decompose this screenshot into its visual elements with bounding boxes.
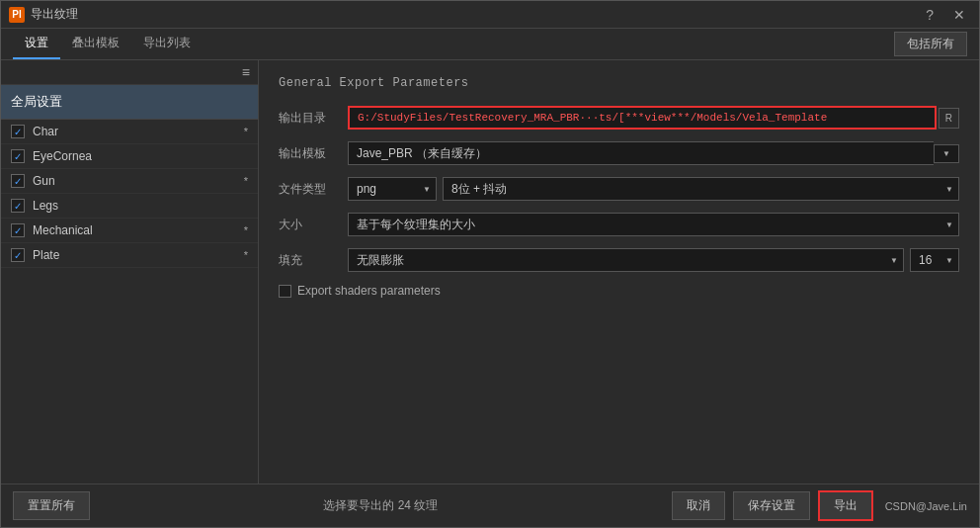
include-all-button[interactable]: 包括所有 xyxy=(894,32,967,56)
close-button[interactable]: ✕ xyxy=(947,5,971,25)
title-bar-controls: ? ✕ xyxy=(920,5,971,25)
checkbox-gun[interactable] xyxy=(11,174,25,188)
bottom-right: 取消 保存设置 导出 CSDN@Jave.Lin xyxy=(672,490,967,521)
template-input-row: ▼ xyxy=(348,141,959,165)
sidebar-item-label-char: Char xyxy=(33,125,244,138)
sidebar-item-gun[interactable]: Gun * xyxy=(1,169,258,194)
template-row: 输出模板 ▼ xyxy=(279,141,959,165)
sidebar-item-asterisk-plate: * xyxy=(244,249,248,261)
export-dir-row: 输出目录 R xyxy=(279,106,959,130)
filter-icon[interactable]: ≡ xyxy=(242,64,250,80)
fill-control: 无限膨胀 16 xyxy=(348,248,959,272)
app-icon: Pl xyxy=(9,7,25,23)
export-dir-input[interactable] xyxy=(348,106,937,130)
sidebar-item-label-legs: Legs xyxy=(33,199,248,213)
sidebar-item-asterisk-char: * xyxy=(244,126,248,137)
bitdepth-select[interactable]: 8位 + 抖动 xyxy=(443,177,959,201)
watermark-text: CSDN@Jave.Lin xyxy=(885,500,967,512)
sidebar-item-eyecornea[interactable]: EyeCornea xyxy=(1,144,258,169)
size-select-wrapper: 基于每个纹理集的大小 xyxy=(348,213,959,236)
filetype-control: png 8位 + 抖动 xyxy=(348,177,959,201)
window-title: 导出纹理 xyxy=(31,6,78,23)
main-window: Pl 导出纹理 ? ✕ 设置 叠出模板 导出列表 包括所有 ≡ 全局设置 Cha… xyxy=(0,0,980,528)
fill-label: 填充 xyxy=(279,252,348,269)
template-input[interactable] xyxy=(348,141,934,165)
template-control: ▼ xyxy=(348,141,959,165)
template-dropdown-button[interactable]: ▼ xyxy=(934,144,959,163)
export-dir-browse-button[interactable]: R xyxy=(939,108,959,129)
sidebar-item-asterisk-gun: * xyxy=(244,175,248,187)
sidebar-item-label-eyecornea: EyeCornea xyxy=(33,149,248,163)
export-button[interactable]: 导出 xyxy=(818,490,873,521)
sidebar-item-plate[interactable]: Plate * xyxy=(1,243,258,268)
tabs-group: 设置 叠出模板 导出列表 xyxy=(13,29,203,59)
title-bar: Pl 导出纹理 ? ✕ xyxy=(1,1,979,29)
checkbox-char[interactable] xyxy=(11,125,25,138)
sidebar-item-label-gun: Gun xyxy=(33,174,244,188)
sidebar-item-label-plate: Plate xyxy=(33,248,244,262)
tab-template[interactable]: 叠出模板 xyxy=(60,29,131,59)
size-select[interactable]: 基于每个纹理集的大小 xyxy=(348,213,959,236)
tab-settings[interactable]: 设置 xyxy=(13,29,60,59)
filetype-label: 文件类型 xyxy=(279,181,348,198)
size-control: 基于每个纹理集的大小 xyxy=(348,213,959,236)
sidebar-item-char[interactable]: Char * xyxy=(1,120,258,144)
fill-select-row: 无限膨胀 16 xyxy=(348,248,959,272)
sidebar: ≡ 全局设置 Char * EyeCornea Gun * Legs xyxy=(1,60,259,484)
filetype-select[interactable]: png xyxy=(348,177,437,201)
checkbox-plate[interactable] xyxy=(11,248,25,262)
export-dir-label: 输出目录 xyxy=(279,110,348,127)
size-label: 大小 xyxy=(279,217,348,233)
filetype-select-row: png 8位 + 抖动 xyxy=(348,177,959,201)
checkbox-mechanical[interactable] xyxy=(11,223,25,237)
save-settings-button[interactable]: 保存设置 xyxy=(733,491,810,520)
shader-checkbox-row: Export shaders parameters xyxy=(279,284,959,298)
template-label: 输出模板 xyxy=(279,145,348,162)
reset-all-button[interactable]: 置置所有 xyxy=(13,491,90,520)
fill-row: 填充 无限膨胀 16 xyxy=(279,248,959,272)
sidebar-global-settings[interactable]: 全局设置 xyxy=(1,85,258,120)
export-path-row: R xyxy=(348,106,959,130)
shader-checkbox[interactable] xyxy=(279,285,291,298)
sidebar-item-mechanical[interactable]: Mechanical * xyxy=(1,219,258,243)
shader-checkbox-label: Export shaders parameters xyxy=(297,284,441,298)
bottom-left: 置置所有 xyxy=(13,491,90,520)
fill-num-wrapper: 16 xyxy=(910,248,959,272)
checkbox-eyecornea[interactable] xyxy=(11,149,25,163)
section-title: General Export Parameters xyxy=(279,76,959,90)
tabs-bar: 设置 叠出模板 导出列表 包括所有 xyxy=(1,29,979,60)
export-dir-control: R xyxy=(348,106,959,130)
cancel-button[interactable]: 取消 xyxy=(672,491,725,520)
sidebar-item-label-mechanical: Mechanical xyxy=(33,223,244,237)
tab-export-list[interactable]: 导出列表 xyxy=(131,29,203,59)
sidebar-toolbar: ≡ xyxy=(1,60,258,85)
filetype-row: 文件类型 png 8位 + 抖动 xyxy=(279,177,959,201)
bottom-bar: 置置所有 选择要导出的 24 纹理 取消 保存设置 导出 CSDN@Jave.L… xyxy=(1,484,979,527)
bitdepth-select-wrapper: 8位 + 抖动 xyxy=(443,177,959,201)
checkbox-legs[interactable] xyxy=(11,199,25,213)
size-row: 大小 基于每个纹理集的大小 xyxy=(279,213,959,236)
help-button[interactable]: ? xyxy=(920,5,939,25)
title-bar-left: Pl 导出纹理 xyxy=(9,6,78,23)
sidebar-item-legs[interactable]: Legs xyxy=(1,194,258,219)
sidebar-item-asterisk-mechanical: * xyxy=(244,224,248,236)
fill-select-wrapper: 无限膨胀 xyxy=(348,248,904,272)
fill-select[interactable]: 无限膨胀 xyxy=(348,248,904,272)
main-area: ≡ 全局设置 Char * EyeCornea Gun * Legs xyxy=(1,60,979,484)
status-text: 选择要导出的 24 纹理 xyxy=(323,497,438,514)
content-area: General Export Parameters 输出目录 R 输出模板 xyxy=(259,60,979,484)
fill-num-select[interactable]: 16 xyxy=(910,248,959,272)
filetype-select-wrapper: png xyxy=(348,177,437,201)
